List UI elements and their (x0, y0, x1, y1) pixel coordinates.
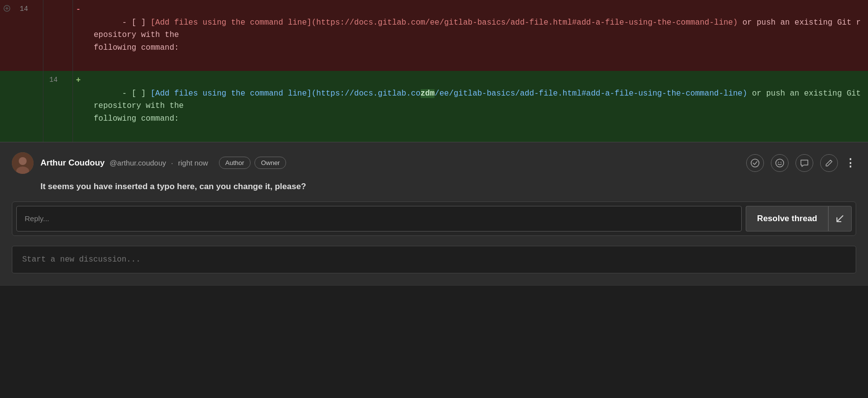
edit-icon-button[interactable] (820, 154, 838, 172)
comment-header: Arthur Coudouy @arthur.coudouy · right n… (12, 152, 856, 174)
diff-row-added: 14 + - [ ] [Add files using the command … (0, 71, 868, 142)
bottom-bar (0, 285, 868, 305)
new-discussion-input[interactable] (12, 246, 856, 273)
comment-section: Arthur Coudouy @arthur.coudouy · right n… (0, 142, 868, 285)
diff-sign-added: + (73, 71, 88, 142)
svg-point-6 (751, 159, 759, 167)
svg-point-8 (778, 162, 779, 163)
expand-icon[interactable] (0, 0, 14, 71)
badge-author: Author (219, 157, 251, 169)
resolve-thread-button[interactable]: Resolve thread (746, 206, 828, 232)
reply-input[interactable] (16, 206, 742, 232)
badge-owner: Owner (254, 157, 286, 169)
comment-badges: Author Owner (219, 157, 287, 169)
new-discussion-section (12, 246, 856, 273)
line-number-new-added: 14 (43, 71, 73, 142)
diff-row-removed: 14 - - [ ] [Add files using the command … (0, 0, 868, 71)
diff-container: 14 - - [ ] [Add files using the command … (0, 0, 868, 142)
comment-time: · (171, 159, 173, 167)
resolve-btn-group: Resolve thread (746, 206, 852, 232)
comment-actions: ⋮ (746, 154, 856, 172)
emoji-icon-button[interactable] (771, 154, 789, 172)
avatar (12, 152, 34, 174)
comment-meta: Arthur Coudouy @arthur.coudouy · right n… (40, 157, 746, 169)
expand-icon-added (0, 71, 14, 142)
comment-body: It seems you have inserted a typo here, … (40, 182, 856, 192)
diff-content-added: - [ ] [Add files using the command line]… (88, 71, 868, 142)
svg-point-9 (781, 162, 782, 163)
line-number-old-added (14, 71, 43, 142)
reply-section: Resolve thread (12, 201, 856, 236)
resolve-split-button[interactable] (828, 206, 852, 232)
resolve-icon-button[interactable] (746, 154, 764, 172)
comment-author-name: Arthur Coudouy (40, 158, 105, 168)
comment-icon-button[interactable] (796, 154, 813, 172)
more-options-button[interactable]: ⋮ (845, 157, 856, 169)
diff-content-removed: - [ ] [Add files using the command line]… (88, 0, 868, 71)
line-number-old: 14 (14, 0, 43, 71)
diff-sign-removed: - (73, 0, 88, 71)
comment-username: @arthur.coudouy (109, 159, 166, 167)
svg-point-7 (776, 159, 784, 167)
line-number-new (43, 0, 73, 71)
comment-timestamp: right now (178, 159, 208, 167)
svg-point-4 (19, 157, 27, 165)
